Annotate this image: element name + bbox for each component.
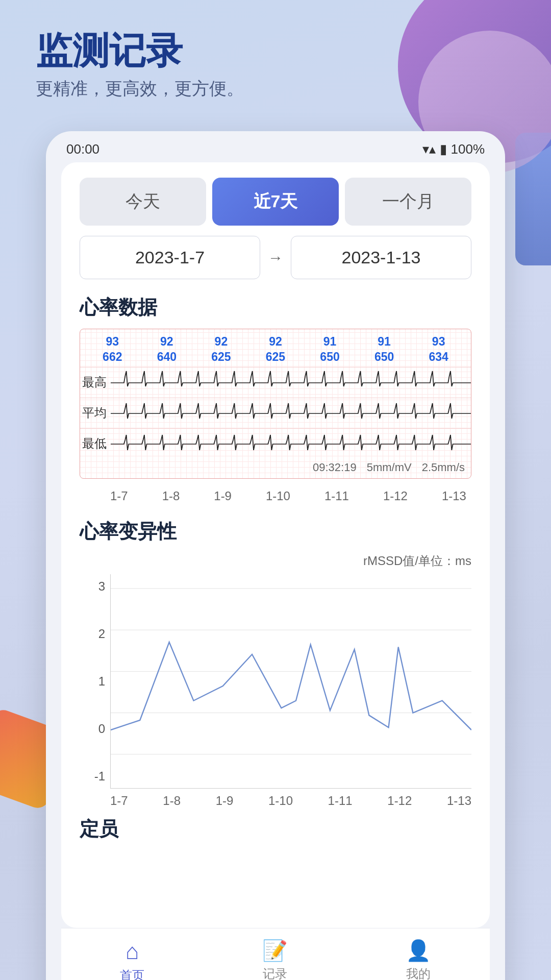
hrv-y-2: 2 (79, 627, 105, 641)
hrv-chart-wrapper: 3 2 1 0 -1 (110, 574, 471, 789)
hrv-title: 心率变异性 (80, 519, 471, 545)
hrv-y-1: 1 (79, 674, 105, 689)
time-range-tabs: 今天 近7天 一个月 (80, 178, 471, 226)
status-time: 00:00 (66, 141, 99, 157)
nav-mine-label: 我的 (406, 966, 431, 980)
ecg-x-5: 1-11 (324, 489, 349, 503)
ecg-item-5: 91 650 (374, 334, 394, 365)
hrv-y-3: 3 (79, 579, 105, 594)
ecg-amplitude: 5mm/mV (367, 461, 412, 474)
status-icons: ▾▴ ▮ 100% (422, 141, 485, 157)
ecg-label-low: 最低 (80, 435, 111, 452)
battery-percent: 100% (451, 141, 485, 157)
ecg-x-2: 1-8 (162, 489, 180, 503)
heart-rate-title: 心率数据 (80, 295, 471, 321)
records-icon: 📝 (262, 939, 288, 963)
ecg-x-3: 1-9 (214, 489, 232, 503)
ecg-label-avg: 平均 (80, 405, 111, 421)
ecg-x-1: 1-7 (110, 489, 128, 503)
hrv-x-7: 1-13 (447, 794, 471, 808)
phone-content: 今天 近7天 一个月 2023-1-7 → 2023-1-13 心率数据 93 … (61, 162, 490, 928)
ecg-item-4: 91 650 (320, 334, 339, 365)
hrv-x-5: 1-11 (328, 794, 353, 808)
ecg-x-axis: 1-7 1-8 1-9 1-10 1-11 1-12 1-13 (80, 487, 471, 503)
battery-icon: ▮ (440, 141, 447, 157)
nav-records[interactable]: 📝 记录 (262, 939, 288, 980)
ecg-rows: 最高 平均 最低 (80, 367, 471, 459)
ecg-bottom-info: 09:32:19 5mm/mV 2.5mm/s (80, 459, 471, 474)
page-title: 监测记录 (36, 31, 515, 71)
hrv-x-2: 1-8 (163, 794, 181, 808)
ecg-x-7: 1-13 (442, 489, 466, 503)
ecg-chart: 93 662 92 640 92 625 92 625 91 650 (80, 329, 471, 479)
hrv-y-0: 0 (79, 722, 105, 736)
page-subtitle: 更精准，更高效，更方便。 (36, 77, 515, 101)
date-range-row: 2023-1-7 → 2023-1-13 (80, 236, 471, 279)
ecg-item-2: 92 625 (211, 334, 231, 365)
phone-frame: 00:00 ▾▴ ▮ 100% 今天 近7天 一个月 2023-1-7 → 20… (46, 131, 505, 980)
hrv-x-axis: 1-7 1-8 1-9 1-10 1-11 1-12 1-13 (110, 794, 471, 808)
hrv-y-neg1: -1 (79, 769, 105, 783)
ecg-data-labels: 93 662 92 640 92 625 92 625 91 650 (80, 334, 471, 365)
ecg-item-3: 92 625 (266, 334, 285, 365)
date-arrow: → (260, 249, 291, 266)
ecg-x-4: 1-10 (266, 489, 290, 503)
hrv-x-6: 1-12 (387, 794, 412, 808)
ecg-label-high: 最高 (80, 374, 111, 390)
ecg-row-high: 最高 (80, 367, 471, 398)
tab-today[interactable]: 今天 (80, 178, 206, 226)
date-start[interactable]: 2023-1-7 (80, 236, 260, 279)
ecg-speed: 2.5mm/s (422, 461, 465, 474)
ecg-time: 09:32:19 (313, 461, 357, 474)
profile-icon: 👤 (406, 939, 431, 963)
tab-month[interactable]: 一个月 (345, 178, 471, 226)
ecg-x-6: 1-12 (383, 489, 408, 503)
ecg-item-6: 93 634 (429, 334, 448, 365)
ecg-row-avg: 平均 (80, 398, 471, 428)
hrv-y-labels: 3 2 1 0 -1 (79, 574, 105, 789)
nav-home-label: 首页 (120, 967, 144, 980)
ecg-item-0: 93 662 (103, 334, 122, 365)
nav-records-label: 记录 (263, 966, 287, 980)
home-icon: ⌂ (126, 939, 139, 964)
nav-mine[interactable]: 👤 我的 (406, 939, 431, 980)
header: 监测记录 更精准，更高效，更方便。 (0, 0, 551, 121)
tab-week7[interactable]: 近7天 (212, 178, 339, 226)
nav-home[interactable]: ⌂ 首页 (120, 939, 144, 980)
hrv-unit: rMSSD值/单位：ms (80, 553, 471, 569)
hrv-x-1: 1-7 (110, 794, 128, 808)
ecg-row-low: 最低 (80, 428, 471, 459)
partial-section-title: 定员 (80, 816, 471, 842)
hrv-x-4: 1-10 (268, 794, 293, 808)
status-bar: 00:00 ▾▴ ▮ 100% (46, 131, 505, 162)
hrv-x-3: 1-9 (216, 794, 234, 808)
wifi-icon: ▾▴ (422, 141, 436, 157)
bottom-nav: ⌂ 首页 📝 记录 👤 我的 (61, 928, 490, 980)
hrv-chart-svg (110, 574, 471, 789)
ecg-item-1: 92 640 (157, 334, 177, 365)
date-end[interactable]: 2023-1-13 (291, 236, 471, 279)
